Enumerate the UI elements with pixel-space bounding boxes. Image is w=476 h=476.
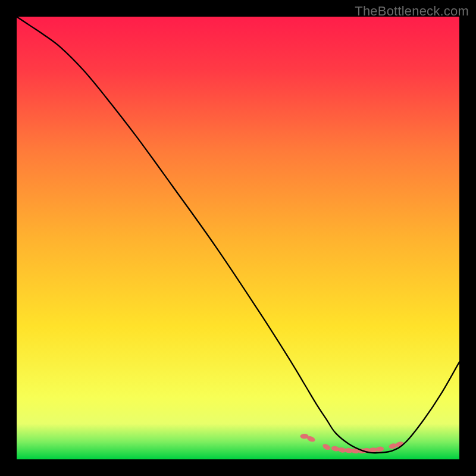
- watermark-text: TheBottleneck.com: [355, 4, 469, 19]
- chart-svg: [17, 17, 459, 459]
- gradient-background: [17, 17, 459, 459]
- chart-frame: [17, 17, 459, 459]
